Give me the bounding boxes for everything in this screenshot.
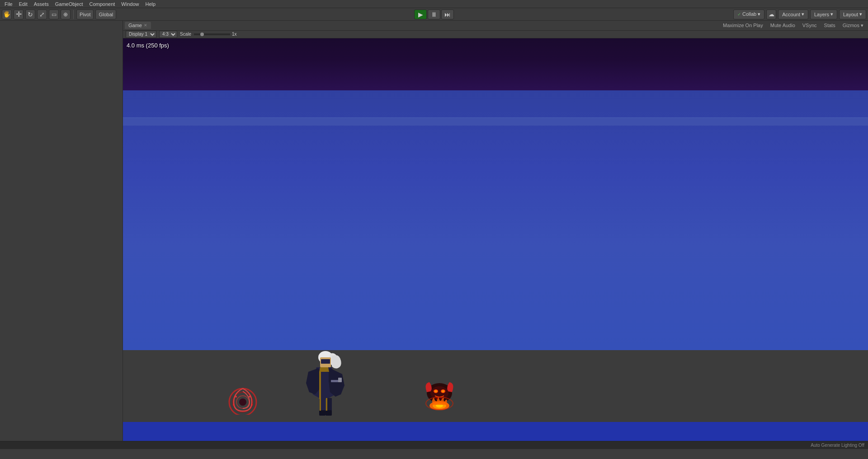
collab-button[interactable]: ✓ Collab ▾ <box>733 9 764 19</box>
account-label: Account <box>782 12 800 17</box>
svg-rect-17 <box>326 410 332 416</box>
sky-dark-bg <box>123 38 868 90</box>
account-dropdown[interactable]: Account ▾ <box>778 9 808 19</box>
svg-rect-13 <box>319 372 321 399</box>
svg-rect-16 <box>319 410 326 416</box>
game-tab-close-icon[interactable]: ✕ <box>144 23 147 28</box>
tool-rect[interactable]: ▭ <box>49 9 59 19</box>
game-canvas: 4.0 ms (250 fps) <box>123 38 868 441</box>
layout-dropdown[interactable]: Layout ▾ <box>839 9 866 19</box>
game-tab-label: Game <box>128 23 142 28</box>
enemy-demon-right <box>421 379 458 415</box>
menu-window[interactable]: Window <box>118 1 142 7</box>
sky-mid-bg <box>123 90 868 350</box>
game-view-column: Game ✕ Maximize On Play Mute Audio VSync… <box>123 21 868 441</box>
play-icon: ▶ <box>418 11 423 18</box>
play-controls: ▶ ⏸ ⏭ <box>414 9 454 19</box>
svg-point-27 <box>442 390 444 393</box>
collab-label: Collab ▾ <box>742 11 760 17</box>
tool-hand[interactable]: 🖐 <box>2 9 12 19</box>
auto-generate-label: Auto Generate Lighting Off <box>811 443 864 448</box>
tool-rotate[interactable]: ↻ <box>25 9 35 19</box>
pivot-label: Pivot <box>80 12 90 17</box>
game-tab[interactable]: Game ✕ <box>125 22 151 29</box>
mute-audio-btn[interactable]: Mute Audio <box>768 21 798 29</box>
svg-point-7 <box>233 404 235 406</box>
cloud-button[interactable]: ☁ <box>766 9 776 19</box>
vsync-btn[interactable]: VSync <box>800 21 820 29</box>
pause-icon: ⏸ <box>431 11 437 18</box>
account-chevron-icon: ▾ <box>802 11 804 17</box>
play-button[interactable]: ▶ <box>414 9 427 19</box>
global-btn[interactable]: Global <box>95 9 116 19</box>
layers-chevron-icon: ▾ <box>830 11 833 17</box>
svg-point-3 <box>239 398 246 406</box>
cloud-bar <box>123 117 868 126</box>
svg-point-6 <box>251 404 253 406</box>
scale-slider-container: 1x <box>194 32 237 37</box>
svg-rect-20 <box>326 398 327 411</box>
aspect-select[interactable]: 4:3 <box>159 31 177 38</box>
collab-check-icon: ✓ <box>737 12 741 17</box>
scale-slider[interactable] <box>194 33 230 35</box>
global-label: Global <box>99 12 113 17</box>
separator-1 <box>73 10 74 19</box>
svg-point-4 <box>235 396 237 398</box>
fps-display: 4.0 ms (250 fps) <box>127 42 169 49</box>
display-select[interactable]: Display 1 <box>126 31 156 38</box>
menu-assets[interactable]: Assets <box>31 1 52 7</box>
scale-bar: Display 1 4:3 Scale 1x <box>123 31 868 39</box>
cloud-icon: ☁ <box>769 11 774 18</box>
svg-rect-21 <box>320 398 321 411</box>
right-toolbar: ✓ Collab ▾ ☁ Account ▾ Layers ▾ Layout ▾ <box>733 9 866 19</box>
stats-btn[interactable]: Stats <box>821 21 838 29</box>
player-character <box>299 349 349 419</box>
menu-edit[interactable]: Edit <box>16 1 30 7</box>
enemy-portal-left <box>227 383 259 415</box>
menu-gameobject[interactable]: GameObject <box>52 1 86 7</box>
status-bar: Auto Generate Lighting Off <box>0 441 868 449</box>
menu-component[interactable]: Component <box>86 1 118 7</box>
tool-move[interactable]: ✛ <box>14 9 24 19</box>
step-icon: ⏭ <box>444 11 451 18</box>
menu-help[interactable]: Help <box>142 1 158 7</box>
game-options-bar: Maximize On Play Mute Audio VSync Stats … <box>720 21 866 29</box>
pause-button[interactable]: ⏸ <box>428 9 440 19</box>
game-tab-bar: Game ✕ Maximize On Play Mute Audio VSync… <box>123 21 868 31</box>
tool-scale[interactable]: ⤢ <box>37 9 47 19</box>
menu-bar: File Edit Assets GameObject Component Wi… <box>0 0 868 8</box>
gizmos-btn[interactable]: Gizmos ▾ <box>840 21 866 29</box>
layers-label: Layers <box>814 12 829 17</box>
step-button[interactable]: ⏭ <box>441 9 454 19</box>
layout-chevron-icon: ▾ <box>859 11 862 17</box>
pivot-btn[interactable]: Pivot <box>76 9 94 19</box>
svg-point-5 <box>249 396 250 398</box>
layers-dropdown[interactable]: Layers ▾ <box>810 9 837 19</box>
svg-point-26 <box>434 390 437 393</box>
ground <box>123 422 868 441</box>
maximize-on-play-btn[interactable]: Maximize On Play <box>720 21 766 29</box>
scale-label: Scale <box>180 32 191 37</box>
layout-label: Layout <box>843 12 858 17</box>
svg-rect-10 <box>321 359 330 364</box>
content-area: Game ✕ Maximize On Play Mute Audio VSync… <box>0 21 868 441</box>
scale-value: 1x <box>232 32 237 37</box>
toolbar: 🖐 ✛ ↻ ⤢ ▭ ⊕ Pivot Global ▶ ⏸ ⏭ ✓ Collab … <box>0 8 868 21</box>
svg-rect-19 <box>338 378 342 382</box>
left-panel <box>0 21 123 441</box>
tool-transform[interactable]: ⊕ <box>61 9 71 19</box>
menu-file[interactable]: File <box>2 1 15 7</box>
